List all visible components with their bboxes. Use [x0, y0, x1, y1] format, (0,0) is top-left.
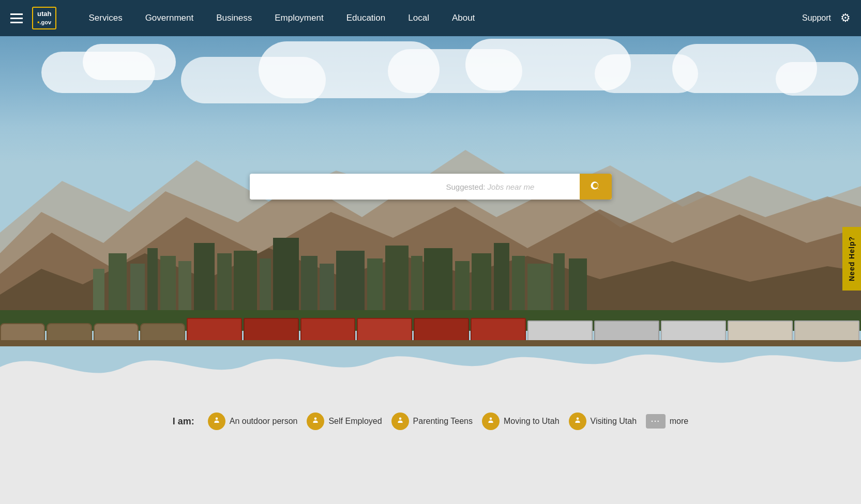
i-am-moving-label: Moving to Utah [504, 417, 560, 426]
nav-government[interactable]: Government [134, 0, 205, 36]
settings-icon[interactable]: ⚙ [840, 11, 851, 25]
parenting-teens-icon [391, 413, 409, 430]
i-am-item-moving[interactable]: Moving to Utah [482, 413, 560, 430]
more-label: more [670, 417, 688, 426]
nav-employment[interactable]: Employment [263, 0, 335, 36]
support-link[interactable]: Support [802, 13, 831, 23]
i-am-label: I am: [173, 416, 194, 427]
hero-section: Suggested: Jobs near me [0, 36, 861, 398]
i-am-item-visiting[interactable]: Visiting Utah [569, 413, 637, 430]
more-dots: ··· [646, 414, 666, 429]
need-help-button[interactable]: Need Help? [842, 227, 861, 291]
svg-point-31 [314, 418, 317, 420]
search-button[interactable] [580, 174, 612, 200]
main-nav: Services Government Business Employment … [77, 0, 802, 36]
i-am-section: I am: An outdoor person Self Employed Pa… [0, 398, 861, 447]
header-right: Support ⚙ [802, 11, 851, 25]
svg-point-30 [216, 418, 218, 420]
i-am-outdoor-label: An outdoor person [230, 417, 298, 426]
nav-local[interactable]: Local [397, 0, 441, 36]
svg-point-33 [490, 418, 492, 420]
nav-about[interactable]: About [441, 0, 486, 36]
logo[interactable]: utah •.gov [32, 7, 56, 29]
search-container: Suggested: Jobs near me [250, 174, 612, 200]
search-input[interactable] [250, 175, 580, 198]
search-box: Suggested: Jobs near me [250, 174, 612, 200]
i-am-item-outdoor[interactable]: An outdoor person [208, 413, 298, 430]
nav-business[interactable]: Business [205, 0, 263, 36]
moving-to-utah-icon [482, 413, 500, 430]
nav-services[interactable]: Services [77, 0, 133, 36]
i-am-visiting-label: Visiting Utah [591, 417, 637, 426]
svg-point-34 [576, 418, 579, 420]
hamburger-menu[interactable] [10, 13, 23, 23]
main-header: utah •.gov Services Government Business … [0, 0, 861, 36]
outdoor-person-icon [208, 413, 225, 430]
i-am-self-employed-label: Self Employed [328, 417, 382, 426]
i-am-item-self-employed[interactable]: Self Employed [307, 413, 382, 430]
more-button[interactable]: ··· more [646, 414, 688, 429]
logo-text: utah •.gov [37, 10, 51, 26]
i-am-parenting-label: Parenting Teens [413, 417, 473, 426]
i-am-item-parenting[interactable]: Parenting Teens [391, 413, 473, 430]
nav-education[interactable]: Education [335, 0, 397, 36]
need-help-tab[interactable]: Need Help? [842, 227, 861, 293]
visiting-utah-icon [569, 413, 586, 430]
svg-point-32 [399, 418, 401, 420]
self-employed-icon [307, 413, 324, 430]
